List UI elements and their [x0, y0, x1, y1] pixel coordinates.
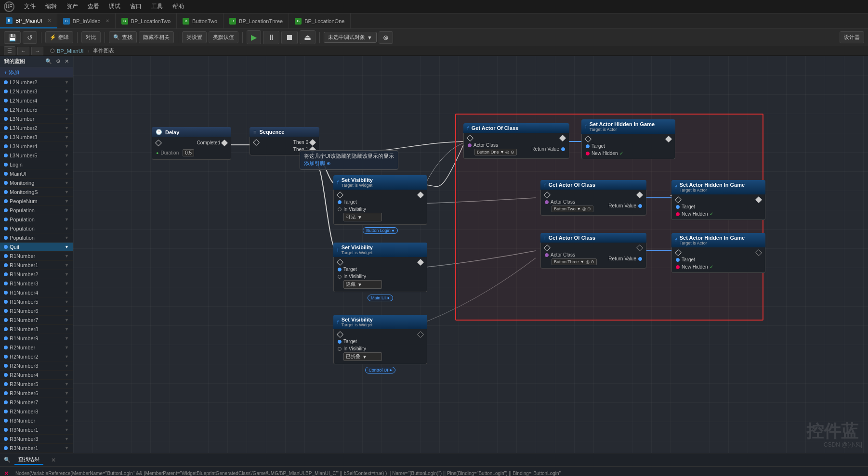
sidebar-item-r2number[interactable]: R2Number ▼ — [0, 343, 73, 352]
eject-btn[interactable]: ⏏ — [300, 30, 316, 44]
sidebar-item-population2[interactable]: Population ▼ — [0, 215, 73, 224]
canvas-wrapper[interactable]: 🕐 Delay Completed ● Duration — [73, 56, 868, 453]
set-actor-hidden-1-node[interactable]: f Set Actor Hidden In Game Target is Act… — [581, 119, 675, 159]
sidebar-item-r1number9[interactable]: R1Number9 ▼ — [0, 334, 73, 343]
sidebar-item-l3number5[interactable]: L3Number5 ▼ — [0, 151, 73, 160]
save-btn[interactable]: 💾 — [4, 31, 21, 44]
sidebar-item-r1number5[interactable]: R1Number5 ▼ — [0, 297, 73, 307]
sidebar-item-r1number4[interactable]: R1Number4 ▼ — [0, 288, 73, 297]
tab-bp-locationthree[interactable]: B BP_LocationThree — [224, 13, 289, 28]
sidebar-item-r2number6[interactable]: R2Number6 ▼ — [0, 389, 73, 398]
sidebar-item-peoplenum[interactable]: PeopleNum ▼ — [0, 197, 73, 206]
tab-find-results[interactable]: 查找结果 — [14, 455, 43, 465]
sv2-exec-in-pin[interactable] — [337, 259, 343, 266]
sidebar-item-population3[interactable]: Population ▼ — [0, 224, 73, 233]
get-actor-of-class-2-node[interactable]: f Get Actor Of Class — [540, 180, 646, 216]
class-defaults-btn[interactable]: 类默认值 — [209, 31, 238, 43]
sv3-exec-in-pin[interactable] — [337, 331, 343, 338]
sv1-invisibility-pin[interactable] — [338, 207, 342, 211]
play-btn[interactable]: ▶ — [247, 30, 261, 44]
sv3-target-pin[interactable] — [338, 340, 342, 344]
sidebar-settings-icon[interactable]: ⚙ — [56, 58, 61, 64]
gac2-actor-class-dropdown[interactable]: Button Two ▼ ◎ ⊙ — [552, 206, 593, 212]
stop-btn[interactable]: ⏹ — [281, 31, 298, 44]
menu-view[interactable]: 查看 — [84, 1, 103, 12]
nav-hierarchy-btn[interactable]: ☰ — [4, 46, 15, 55]
sidebar-item-mainui[interactable]: MainUI ▼ — [0, 169, 73, 179]
sidebar-item-l2number5[interactable]: L2Number5 ▼ — [0, 105, 73, 115]
gac1-return-pin[interactable] — [561, 147, 565, 151]
set-visibility-2-node[interactable]: f Set Visibility Target is Widget — [333, 243, 427, 301]
gac2-exec-in-pin[interactable] — [544, 192, 551, 198]
sidebar-item-l3number4[interactable]: L3Number4 ▼ — [0, 142, 73, 151]
gac1-exec-out-pin[interactable] — [559, 135, 566, 142]
menu-edit[interactable]: 编辑 — [41, 1, 61, 12]
tab-close-mianui[interactable]: ✕ — [47, 18, 51, 23]
sidebar-item-r1number7[interactable]: R1Number7 ▼ — [0, 316, 73, 325]
sidebar-item-login[interactable]: Login ▼ — [0, 160, 73, 169]
delay-node[interactable]: 🕐 Delay Completed ● Duration — [152, 127, 231, 160]
sidebar-search-icon[interactable]: 🔍 — [45, 58, 52, 64]
set-visibility-1-node[interactable]: f Set Visibility Target is Widget — [333, 175, 427, 233]
sah2-exec-out-pin[interactable] — [755, 196, 762, 203]
designer-btn[interactable]: 设计器 — [840, 31, 864, 43]
gac2-exec-out-pin[interactable] — [636, 192, 643, 198]
nav-back-btn[interactable]: ← — [17, 47, 29, 55]
tab-bp-locationone[interactable]: B BP_LocationOne — [289, 13, 351, 28]
sah1-new-hidden-pin[interactable] — [586, 152, 590, 155]
tab-buttontwo[interactable]: B ButtonTwo — [177, 13, 224, 28]
blueprint-canvas[interactable]: 🕐 Delay Completed ● Duration — [73, 56, 868, 453]
translate-btn[interactable]: ⚡ 翻译 — [45, 31, 73, 43]
sv2-invisibility-pin[interactable] — [338, 275, 342, 279]
sidebar-item-l2number4[interactable]: L2Number4 ▼ — [0, 96, 73, 105]
pause-btn[interactable]: ⏸ — [263, 31, 279, 44]
set-actor-hidden-3-node[interactable]: f Set Actor Hidden In Game Target is Act… — [671, 233, 765, 273]
sah2-exec-in-pin[interactable] — [675, 196, 682, 203]
sidebar-item-population4[interactable]: Population ▼ — [0, 233, 73, 243]
tab-bp-invideo[interactable]: B BP_InVideo ✕ — [57, 13, 116, 28]
search-btn[interactable]: 🔍 查找 — [109, 31, 137, 43]
gac3-return-pin[interactable] — [638, 257, 642, 261]
get-actor-of-class-1-node[interactable]: f Get Actor Of Class — [463, 123, 569, 159]
sidebar-item-r3number1[interactable]: R3Number1 ▼ — [0, 425, 73, 435]
debug-target-selector[interactable]: 未选中调试对象 ▼ — [324, 32, 377, 43]
gac1-actor-class-pin[interactable] — [468, 143, 472, 147]
sidebar-item-r1number1[interactable]: R1Number1 ▼ — [0, 261, 73, 270]
sidebar-item-r2number5[interactable]: R2Number5 ▼ — [0, 380, 73, 389]
sah1-checkmark[interactable]: ✓ — [619, 151, 623, 156]
set-visibility-3-node[interactable]: f Set Visibility Target is Widget — [333, 315, 427, 373]
sidebar-item-r3number[interactable]: R3Number ▼ — [0, 416, 73, 425]
sidebar-item-l3number2[interactable]: L3Number2 ▼ — [0, 124, 73, 133]
sidebar-item-quit[interactable]: Quit ▼ — [0, 243, 73, 252]
sequence-exec-in-pin[interactable] — [253, 139, 260, 145]
sah1-exec-out-pin[interactable] — [665, 136, 672, 142]
sv1-target-pin[interactable] — [338, 200, 342, 204]
gac3-actor-class-pin[interactable] — [545, 253, 549, 257]
sidebar-item-monitoring[interactable]: Monitoring ▼ — [0, 179, 73, 188]
sidebar-item-l3number3[interactable]: L3Number3 ▼ — [0, 133, 73, 142]
sidebar-item-add[interactable]: + 添加 — [0, 67, 73, 78]
sidebar-item-r2number3[interactable]: R2Number3 ▼ — [0, 361, 73, 371]
delay-exec-in-pin[interactable] — [155, 139, 162, 146]
sah1-target-pin[interactable] — [586, 144, 590, 148]
tab-close-invideo[interactable]: ✕ — [105, 18, 109, 24]
sah3-exec-in-pin[interactable] — [675, 249, 682, 256]
class-settings-btn[interactable]: 类设置 — [182, 31, 207, 43]
sah2-new-hidden-pin[interactable] — [676, 212, 680, 216]
sah3-new-hidden-pin[interactable] — [676, 265, 680, 269]
sidebar-item-monitorings[interactable]: MonitoringS ▼ — [0, 188, 73, 197]
menu-tools[interactable]: 工具 — [147, 1, 167, 12]
sah1-exec-in-pin[interactable] — [585, 136, 592, 142]
breadcrumb-root[interactable]: BP_MianUI — [57, 48, 84, 54]
menu-asset[interactable]: 资产 — [63, 1, 82, 12]
compare-btn[interactable]: 对比 — [81, 31, 101, 43]
sv1-visibility-dropdown[interactable]: 可见 ▼ — [343, 213, 382, 221]
sidebar-item-r1number8[interactable]: R1Number8 ▼ — [0, 325, 73, 334]
sah3-target-pin[interactable] — [676, 258, 680, 262]
tab-bp-locationtwo[interactable]: B BP_LocationTwo — [116, 13, 177, 28]
sah2-checkmark[interactable]: ✓ — [710, 211, 713, 217]
sidebar-item-r3number3[interactable]: R3Number3 ▼ — [0, 435, 73, 444]
menu-debug[interactable]: 调试 — [105, 1, 124, 12]
gac1-actor-class-dropdown[interactable]: Button One ▼ ◎ ⊙ — [474, 149, 517, 155]
refresh-btn[interactable]: ↺ — [23, 31, 37, 44]
